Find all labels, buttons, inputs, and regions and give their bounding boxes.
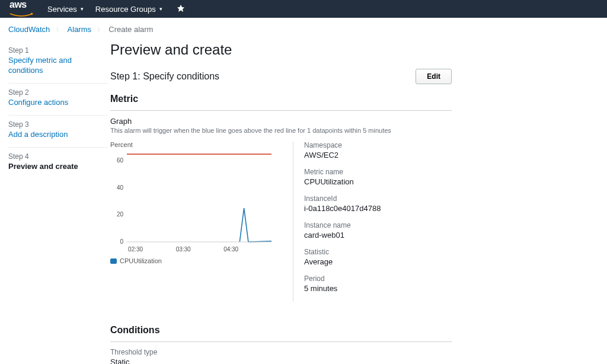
step-2-link[interactable]: Configure actions xyxy=(8,98,108,108)
conditions-section-title: Conditions xyxy=(110,325,452,342)
namespace-label: Namespace xyxy=(304,141,452,149)
conditions-block: Conditions Threshold type Static xyxy=(110,325,452,364)
svg-text:0: 0 xyxy=(120,238,123,245)
resource-groups-menu[interactable]: Resource Groups ▾ xyxy=(95,5,162,14)
step-1-link[interactable]: Specify metric and conditions xyxy=(8,56,108,76)
legend-label: CPUUtilization xyxy=(120,257,162,264)
step-1: Step 1 Specify metric and conditions xyxy=(8,41,108,84)
step-header: Step 1: Specify conditions Edit xyxy=(110,69,452,84)
chart-legend: CPUUtilization xyxy=(110,257,276,264)
instance-name-label: Instance name xyxy=(304,221,452,229)
chevron-down-icon: ▾ xyxy=(159,6,162,12)
step-4-label: Step 4 xyxy=(8,152,108,161)
aws-logo-text: aws xyxy=(9,0,33,10)
step-header-text: Step 1: Specify conditions xyxy=(110,71,219,82)
step-3-label: Step 3 xyxy=(8,120,108,129)
top-nav: aws Services ▾ Resource Groups ▾ xyxy=(0,0,607,18)
step-3: Step 3 Add a description xyxy=(8,116,108,148)
breadcrumb-cloudwatch[interactable]: CloudWatch xyxy=(8,25,50,34)
metric-meta: Namespace AWS/EC2 Metric name CPUUtiliza… xyxy=(293,141,452,301)
statistic-value: Average xyxy=(304,257,452,266)
svg-text:04:30: 04:30 xyxy=(223,246,238,253)
chevron-right-icon: 〉 xyxy=(97,27,103,33)
page-title: Preview and create xyxy=(110,41,452,58)
instance-id-value: i-0a118c0e4017d4788 xyxy=(304,204,452,213)
y-axis-unit: Percent xyxy=(110,141,276,148)
edit-button[interactable]: Edit xyxy=(416,69,452,84)
chevron-down-icon: ▾ xyxy=(81,6,84,12)
statistic-label: Statistic xyxy=(304,248,452,256)
legend-swatch xyxy=(110,258,117,264)
metric-name-label: Metric name xyxy=(304,168,452,176)
step-1-label: Step 1 xyxy=(8,46,108,55)
aws-smile-icon xyxy=(9,12,33,17)
namespace-value: AWS/EC2 xyxy=(304,151,452,159)
step-2-label: Step 2 xyxy=(8,88,108,97)
aws-logo[interactable]: aws xyxy=(9,0,33,19)
svg-text:02:30: 02:30 xyxy=(128,246,143,253)
period-label: Period xyxy=(304,274,452,283)
graph-label: Graph xyxy=(110,117,452,126)
svg-text:40: 40 xyxy=(117,184,124,191)
svg-text:60: 60 xyxy=(117,157,124,164)
step-3-link[interactable]: Add a description xyxy=(8,130,108,140)
svg-text:03:30: 03:30 xyxy=(176,246,191,253)
threshold-type-label: Threshold type xyxy=(110,348,452,356)
main-content: Preview and create Step 1: Specify condi… xyxy=(108,41,452,364)
chart-column: Percent 020406002:3003:3004:30 CPUUtiliz… xyxy=(110,141,276,301)
step-4: Step 4 Preview and create xyxy=(8,148,108,179)
services-menu[interactable]: Services ▾ xyxy=(47,5,84,14)
metric-section-title: Metric xyxy=(110,94,452,111)
pin-icon[interactable] xyxy=(177,4,185,14)
instance-id-label: InstanceId xyxy=(304,194,452,203)
wizard-sidebar: Step 1 Specify metric and conditions Ste… xyxy=(8,41,108,364)
instance-name-value: card-web01 xyxy=(304,231,452,240)
graph-description: This alarm will trigger when the blue li… xyxy=(110,127,452,134)
step-2: Step 2 Configure actions xyxy=(8,84,108,116)
breadcrumb-alarms[interactable]: Alarms xyxy=(68,25,91,34)
line-chart: 020406002:3003:3004:30 xyxy=(110,153,276,254)
step-4-current: Preview and create xyxy=(8,162,108,172)
svg-text:20: 20 xyxy=(117,211,124,218)
breadcrumb-current: Create alarm xyxy=(108,25,153,34)
breadcrumb: CloudWatch 〉 Alarms 〉 Create alarm xyxy=(0,18,607,41)
services-label: Services xyxy=(47,5,77,14)
threshold-type-value: Static xyxy=(110,357,452,364)
chart-area: 020406002:3003:3004:30 xyxy=(110,153,276,254)
resource-groups-label: Resource Groups xyxy=(95,5,156,14)
chevron-right-icon: 〉 xyxy=(56,27,62,33)
metric-name-value: CPUUtilization xyxy=(304,177,452,186)
period-value: 5 minutes xyxy=(304,284,452,293)
